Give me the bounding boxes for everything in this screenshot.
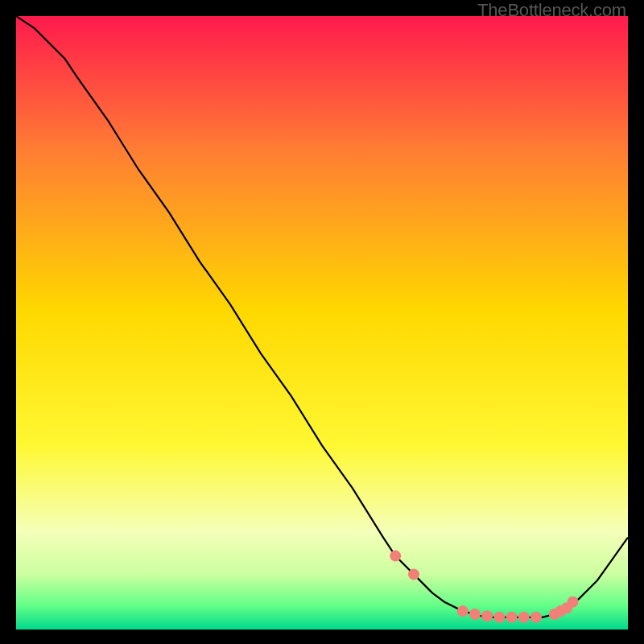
- marker-dot: [469, 609, 481, 620]
- marker-dot: [530, 612, 542, 623]
- marker-dot: [481, 610, 493, 621]
- marker-dot: [506, 612, 518, 623]
- marker-dot: [390, 551, 401, 562]
- marker-dot: [568, 597, 579, 608]
- marker-dot: [518, 612, 530, 623]
- chart-svg: [16, 16, 628, 630]
- chart-container: TheBottleneck.com: [0, 0, 644, 644]
- marker-dot: [493, 612, 505, 623]
- watermark-text: TheBottleneck.com: [477, 0, 626, 21]
- marker-dot: [408, 568, 419, 580]
- marker-dot: [457, 605, 469, 617]
- gradient-background: [16, 16, 628, 630]
